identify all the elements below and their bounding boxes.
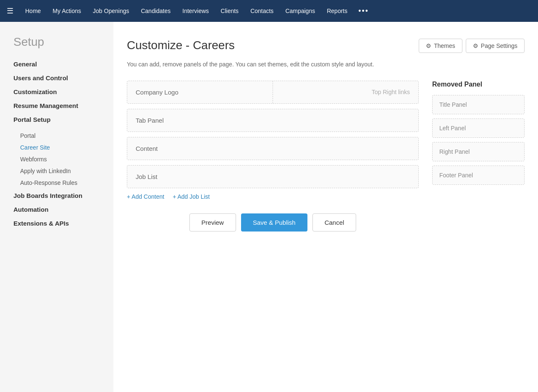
page-header: Customize - Careers ⚙ Themes ⚙ Page Sett… xyxy=(127,39,525,53)
sidebar-item-users-control[interactable]: Users and Control xyxy=(13,74,105,82)
nav-reports[interactable]: Reports xyxy=(322,5,352,17)
sidebar-item-job-boards[interactable]: Job Boards Integration xyxy=(13,192,105,199)
themes-button[interactable]: ⚙ Themes xyxy=(419,39,462,53)
sidebar-item-general[interactable]: General xyxy=(13,61,105,68)
add-content-link[interactable]: + Add Content xyxy=(127,193,164,200)
job-list-panel[interactable]: Job List xyxy=(127,165,419,188)
main-layout: Setup General Users and Control Customiz… xyxy=(0,22,538,392)
removed-panel-section: Removed Panel Title Panel Left Panel Rig… xyxy=(432,81,525,189)
preview-button[interactable]: Preview xyxy=(189,213,236,232)
sidebar-item-extensions-apis[interactable]: Extensions & APIs xyxy=(13,220,105,227)
sidebar-sub-apply-linkedin[interactable]: Apply with LinkedIn xyxy=(13,165,105,177)
content-area: Company Logo Top Right links Tab Panel C… xyxy=(127,81,525,232)
nav-more-button[interactable]: ••• xyxy=(354,4,373,18)
sidebar-item-portal-setup[interactable]: Portal Setup xyxy=(13,116,105,123)
sidebar: Setup General Users and Control Customiz… xyxy=(0,22,113,392)
settings-icon: ⚙ xyxy=(473,42,478,49)
nav-campaigns[interactable]: Campaigns xyxy=(280,5,320,17)
cancel-button[interactable]: Cancel xyxy=(312,213,357,232)
removed-title-panel[interactable]: Title Panel xyxy=(432,95,525,114)
sidebar-title: Setup xyxy=(13,35,105,49)
nav-home[interactable]: Home xyxy=(20,5,46,17)
nav-my-actions[interactable]: My Actions xyxy=(47,5,86,17)
sidebar-item-automation[interactable]: Automation xyxy=(13,206,105,213)
themes-icon: ⚙ xyxy=(426,42,431,49)
main-content: Customize - Careers ⚙ Themes ⚙ Page Sett… xyxy=(113,22,538,392)
nav-candidates[interactable]: Candidates xyxy=(136,5,176,17)
top-panel: Company Logo Top Right links xyxy=(127,81,419,104)
save-publish-button[interactable]: Save & Publish xyxy=(241,213,307,232)
sidebar-sub-auto-response[interactable]: Auto-Response Rules xyxy=(13,177,105,189)
nav-interviews[interactable]: Interviews xyxy=(177,5,214,17)
nav-contacts[interactable]: Contacts xyxy=(245,5,278,17)
panels-main: Company Logo Top Right links Tab Panel C… xyxy=(127,81,419,232)
action-buttons: Preview Save & Publish Cancel xyxy=(127,213,419,232)
content-panel[interactable]: Content xyxy=(127,137,419,160)
nav-clients[interactable]: Clients xyxy=(215,5,244,17)
removed-right-panel[interactable]: Right Panel xyxy=(432,142,525,161)
page-title: Customize - Careers xyxy=(127,39,235,52)
top-nav: ☰ Home My Actions Job Openings Candidate… xyxy=(0,0,538,22)
nav-job-openings[interactable]: Job Openings xyxy=(88,5,134,17)
sidebar-sub-portal[interactable]: Portal xyxy=(13,130,105,142)
page-settings-button[interactable]: ⚙ Page Settings xyxy=(466,39,525,53)
removed-panel-title: Removed Panel xyxy=(432,81,525,88)
header-buttons: ⚙ Themes ⚙ Page Settings xyxy=(419,39,525,53)
add-links: + Add Content + Add Job List xyxy=(127,193,419,200)
sidebar-sub-career-site[interactable]: Career Site xyxy=(13,142,105,153)
sidebar-item-resume-management[interactable]: Resume Management xyxy=(13,102,105,109)
sidebar-item-customization[interactable]: Customization xyxy=(13,88,105,95)
company-logo-panel[interactable]: Company Logo xyxy=(127,81,273,103)
removed-footer-panel[interactable]: Footer Panel xyxy=(432,166,525,185)
top-right-links-panel[interactable]: Top Right links xyxy=(273,81,418,103)
tab-panel[interactable]: Tab Panel xyxy=(127,109,419,132)
page-description: You can add, remove panels of the page. … xyxy=(127,60,525,69)
add-job-list-link[interactable]: + Add Job List xyxy=(173,193,210,200)
hamburger-icon[interactable]: ☰ xyxy=(7,6,13,16)
removed-left-panel[interactable]: Left Panel xyxy=(432,118,525,138)
sidebar-sub-webforms[interactable]: Webforms xyxy=(13,153,105,165)
